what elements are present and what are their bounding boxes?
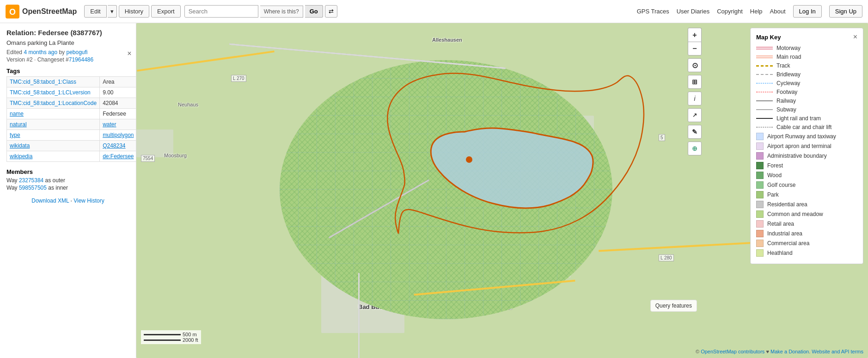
map-key-item: Commercial area	[756, 240, 857, 247]
key-swatch-symbol	[756, 220, 764, 228]
signup-button[interactable]: Sign Up	[829, 5, 862, 18]
key-swatch-symbol	[756, 230, 764, 237]
copyright-link[interactable]: Copyright	[717, 8, 743, 15]
member-item: Way 598557505 as inner	[6, 185, 129, 191]
user-diaries-link[interactable]: User Diaries	[677, 8, 710, 15]
header: O OpenStreetMap Edit▾ History Export Whe…	[0, 0, 868, 23]
label-5: 5	[659, 134, 665, 141]
key-item-label: Retail area	[767, 221, 794, 227]
key-item-label: Footway	[776, 89, 797, 95]
key-item-label: Park	[767, 191, 779, 198]
label-l280-east: L 280	[659, 254, 674, 261]
key-item-label: Airport apron and terminal	[767, 143, 831, 149]
tag-value-link[interactable]: water	[103, 121, 116, 128]
tag-value: Area	[100, 77, 136, 87]
tag-key-link[interactable]: type	[10, 132, 20, 138]
tag-key-link[interactable]: wikidata	[10, 142, 30, 149]
scale-visual-ft	[144, 339, 181, 341]
map-key-item: Common and meadow	[756, 210, 857, 218]
version-line: Version #2 · Changeset #71964486	[6, 56, 129, 63]
tag-value: 9.00	[100, 87, 136, 98]
zoom-out-button[interactable]: −	[688, 42, 702, 56]
key-line-symbol	[756, 83, 773, 84]
scale-feet: 2000 ft	[144, 337, 198, 343]
tag-row: nameFedersee	[7, 109, 137, 119]
query-features-button[interactable]: Query features	[650, 300, 697, 312]
gps-traces-link[interactable]: GPS Traces	[637, 8, 669, 15]
tag-row: wikipediade:Federsee	[7, 151, 137, 162]
close-sidebar-button[interactable]: ×	[125, 49, 134, 58]
map-key-header: Map Key ×	[756, 33, 857, 41]
key-item-label: Commercial area	[767, 240, 809, 247]
member-id-link[interactable]: 23275384	[19, 177, 43, 184]
scale-bar: 500 m 2000 ft	[141, 330, 201, 344]
download-xml-link[interactable]: Download XML	[31, 198, 69, 204]
members-section: Members Way 23275384 as outerWay 5985575…	[6, 168, 129, 191]
map-key-item: Wood	[756, 172, 857, 179]
map-key-title: Map Key	[756, 34, 781, 41]
website-api-link[interactable]: Website and API terms	[812, 349, 863, 354]
tag-key-link[interactable]: wikipedia	[10, 153, 32, 160]
svg-text:O: O	[9, 7, 16, 17]
key-item-label: Cable car and chair lift	[776, 124, 831, 130]
edit-dropdown-button[interactable]: ▾	[108, 5, 117, 18]
help-link[interactable]: Help	[750, 8, 763, 15]
map-key-close-button[interactable]: ×	[853, 33, 857, 41]
key-line-symbol	[756, 127, 773, 128]
key-item-label: Cycleway	[776, 80, 800, 86]
key-swatch-symbol	[756, 240, 764, 247]
logo-area: O OpenStreetMap	[6, 5, 77, 19]
about-link[interactable]: About	[770, 8, 786, 15]
tag-row: TMC:cid_58:tabcd_1:LCLversion9.00	[7, 87, 137, 98]
tag-key-link[interactable]: name	[10, 111, 24, 117]
attribution: © OpenStreetMap contributors ♥ Make a Do…	[696, 349, 863, 354]
tag-value-link[interactable]: multipolygon	[103, 132, 134, 138]
map-key-item: Railway	[756, 98, 857, 104]
note-button[interactable]: ✎	[688, 125, 702, 139]
directions-button[interactable]: ⇄	[325, 5, 337, 18]
nav-buttons: Edit▾ History Export	[84, 5, 180, 18]
info-button[interactable]: i	[688, 92, 702, 105]
sidebar-title: Relation: Federsee (8387767)	[6, 29, 129, 37]
map-container[interactable]: Alleshausen Neuhaus Brackenhofen Moosbur…	[136, 23, 868, 358]
tags-section: Tags TMC:cid_58:tabcd_1:ClassAreaTMC:cid…	[6, 68, 129, 162]
map-key-item: Footway	[756, 89, 857, 95]
zoom-in-button[interactable]: +	[688, 28, 702, 42]
share-button[interactable]: ↗	[688, 108, 702, 122]
member-item: Way 23275384 as outer	[6, 177, 129, 184]
tag-value-link[interactable]: de:Federsee	[103, 153, 134, 160]
key-swatch-symbol	[756, 181, 764, 189]
sidebar-footer: Download XML · View History	[6, 198, 129, 204]
where-is-this-button[interactable]: Where is this?	[260, 6, 303, 18]
key-line-symbol	[756, 118, 773, 119]
author-link[interactable]: pebogufi	[66, 49, 87, 56]
login-button[interactable]: Log In	[793, 5, 822, 18]
tag-value-link[interactable]: Q248234	[103, 142, 125, 149]
export-button[interactable]: Export	[151, 5, 181, 18]
member-id-link[interactable]: 598557505	[19, 185, 47, 191]
label-neuhaus: Neuhaus	[178, 102, 198, 107]
time-ago-link[interactable]: 4 months ago	[24, 49, 57, 56]
logo-text[interactable]: OpenStreetMap	[22, 7, 77, 16]
location-button[interactable]: ⊕	[688, 142, 702, 155]
history-button[interactable]: History	[119, 5, 149, 18]
tag-row: TMC:cid_58:tabcd_1:ClassArea	[7, 77, 137, 87]
changeset-link[interactable]: 71964486	[69, 56, 93, 63]
compass-button[interactable]: ⊙	[688, 58, 702, 72]
search-input[interactable]	[184, 5, 258, 18]
map-controls: + − ⊙ ⊞ i ↗ ✎ ⊕	[688, 28, 702, 158]
go-button[interactable]: Go	[305, 5, 323, 18]
key-swatch-symbol	[756, 249, 764, 257]
edit-button[interactable]: Edit	[84, 5, 106, 18]
right-nav: GPS Traces User Diaries Copyright Help A…	[637, 5, 862, 18]
donate-link[interactable]: Make a Donation	[770, 349, 809, 354]
map-key-item: Heathland	[756, 249, 857, 257]
key-swatch-symbol	[756, 191, 764, 198]
view-history-link[interactable]: View History	[73, 198, 104, 204]
tag-key-link[interactable]: natural	[10, 121, 27, 128]
map-key-item: Park	[756, 191, 857, 198]
map-key-item: Cable car and chair lift	[756, 124, 857, 130]
layers-button[interactable]: ⊞	[688, 75, 702, 89]
map-key-item: Administrative boundary	[756, 152, 857, 160]
osm-attribution-link[interactable]: OpenStreetMap contributors	[701, 349, 764, 354]
